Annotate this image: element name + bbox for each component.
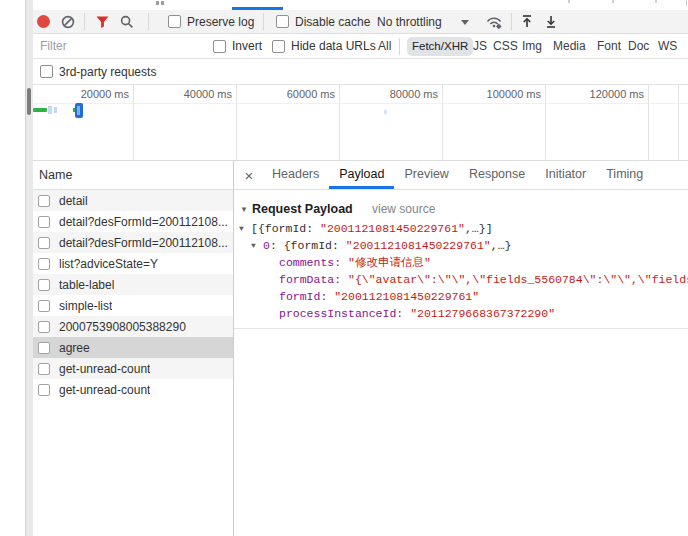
timeline-gridline — [339, 85, 340, 160]
request-row-checkbox[interactable] — [38, 300, 50, 312]
network-filter-bar: Invert Hide data URLs All Fetch/XHRJSCSS… — [33, 34, 688, 59]
timeline-tick-label: 80000 ms — [374, 88, 438, 100]
payload-json-tree: ▼[{formId: "2001121081450229761",…}]▼0: … — [234, 220, 688, 322]
tabbar-fragment — [568, 0, 570, 3]
request-row[interactable]: detail?desFormId=200112108... — [33, 232, 233, 253]
json-key: formData: — [279, 273, 348, 286]
tab-payload[interactable]: Payload — [329, 161, 394, 189]
network-conditions-icon[interactable] — [485, 10, 503, 33]
name-column-header[interactable]: Name — [33, 161, 233, 190]
chevron-down-icon[interactable] — [461, 20, 469, 25]
filter-type-img[interactable]: Img — [522, 34, 542, 59]
json-key: formId: — [279, 290, 334, 303]
tab-response[interactable]: Response — [459, 161, 535, 189]
request-row[interactable]: detail?desFormId=200112108... — [33, 211, 233, 232]
request-name: list?adviceState=Y — [59, 257, 158, 271]
request-row[interactable]: list?adviceState=Y — [33, 253, 233, 274]
request-name: agree — [59, 341, 90, 355]
tabbar-fragment — [612, 0, 614, 3]
tab-preview[interactable]: Preview — [394, 161, 458, 189]
payload-root-line: ▼[{formId: "2001121081450229761",…}] — [234, 220, 688, 237]
toolbar-divider — [263, 13, 264, 30]
page-scrollbar[interactable] — [26, 0, 33, 536]
request-row[interactable]: table-label — [33, 274, 233, 295]
payload-section-title: Request Payload — [252, 202, 353, 216]
record-icon[interactable] — [37, 10, 50, 33]
search-icon[interactable] — [120, 10, 134, 33]
json-plain: ,…}] — [465, 222, 493, 235]
request-row-checkbox[interactable] — [38, 195, 50, 207]
filter-type-doc[interactable]: Doc — [628, 34, 649, 59]
view-source-link[interactable]: view source — [372, 199, 435, 220]
third-party-label[interactable]: 3rd-party requests — [59, 59, 156, 85]
third-party-row: 3rd-party requests — [33, 59, 688, 85]
filter-type-media[interactable]: Media — [553, 34, 586, 59]
tabbar-fragment — [686, 0, 687, 6]
request-name: detail — [59, 194, 88, 208]
hide-data-urls-label[interactable]: Hide data URLs — [291, 34, 376, 59]
filter-funnel-icon[interactable] — [95, 10, 110, 33]
filter-type-fetch-xhr[interactable]: Fetch/XHR — [407, 37, 473, 56]
timeline-gridline — [236, 85, 237, 160]
filter-type-js[interactable]: JS — [473, 34, 487, 59]
payload-property-line: processInstanceId: "2011279668367372290" — [234, 305, 688, 322]
network-overview-timeline[interactable]: 20000 ms40000 ms60000 ms80000 ms100000 m… — [33, 85, 688, 161]
json-string-value: "2001121081450229761" — [346, 239, 491, 252]
invert-checkbox[interactable] — [213, 40, 226, 53]
timeline-gridline — [442, 85, 443, 160]
throttling-select[interactable]: No throttling — [377, 10, 442, 34]
disclosure-triangle-icon[interactable]: ▼ — [251, 237, 256, 254]
request-row-checkbox[interactable] — [38, 363, 50, 375]
tab-headers[interactable]: Headers — [262, 161, 329, 189]
clear-icon[interactable] — [61, 10, 75, 33]
request-row-checkbox[interactable] — [38, 237, 50, 249]
network-toolbar: Preserve log Disable cache No throttling — [33, 10, 688, 34]
request-row[interactable]: simple-list — [33, 295, 233, 316]
request-row[interactable]: get-unread-count — [33, 358, 233, 379]
tab-timing[interactable]: Timing — [596, 161, 653, 189]
json-string-value: "修改申请信息" — [348, 256, 431, 269]
hide-data-urls-checkbox[interactable] — [272, 40, 285, 53]
close-icon[interactable]: × — [236, 161, 262, 189]
request-row[interactable]: 2000753908005388290 — [33, 316, 233, 337]
request-row-checkbox[interactable] — [38, 384, 50, 396]
request-row-checkbox[interactable] — [38, 216, 50, 228]
timeline-tick-label: 20000 ms — [65, 88, 129, 100]
requests-table: Name detaildetail?desFormId=200112108...… — [33, 161, 233, 536]
filter-type-ws[interactable]: WS — [658, 34, 677, 59]
request-row-checkbox[interactable] — [38, 321, 50, 333]
preserve-log-label[interactable]: Preserve log — [187, 10, 254, 34]
request-detail-pane: × HeadersPayloadPreviewResponseInitiator… — [234, 161, 688, 536]
disable-cache-label[interactable]: Disable cache — [295, 10, 370, 34]
export-har-icon[interactable] — [544, 10, 558, 33]
request-row[interactable]: detail — [33, 190, 233, 211]
preserve-log-checkbox[interactable] — [168, 15, 181, 28]
request-row[interactable]: agree — [33, 337, 233, 358]
json-string-value: "{\"avatar\":\"\",\"fields_5560784\":\"\… — [348, 273, 688, 286]
disable-cache-checkbox[interactable] — [276, 15, 289, 28]
payload-property-line: formId: "2001121081450229761" — [234, 288, 688, 305]
json-string-value: "2001121081450229761" — [334, 290, 479, 303]
filter-type-font[interactable]: Font — [597, 34, 621, 59]
request-row-checkbox[interactable] — [38, 258, 50, 270]
request-name: detail?desFormId=200112108... — [59, 236, 228, 250]
filter-input[interactable] — [40, 34, 205, 58]
request-row-checkbox[interactable] — [38, 342, 50, 354]
tab-initiator[interactable]: Initiator — [535, 161, 596, 189]
filter-type-all[interactable]: All — [378, 34, 391, 59]
timeline-gridline — [545, 85, 546, 160]
disclosure-triangle-icon[interactable]: ▼ — [239, 220, 244, 237]
toolbar-divider — [148, 13, 149, 30]
import-har-icon[interactable] — [520, 10, 534, 33]
invert-label[interactable]: Invert — [232, 34, 262, 59]
page-scrollbar-thumb[interactable] — [27, 88, 31, 115]
disclosure-triangle-icon[interactable]: ▼ — [240, 199, 248, 220]
filter-type-css[interactable]: CSS — [493, 34, 518, 59]
request-name: get-unread-count — [59, 362, 150, 376]
payload-property-line: comments: "修改申请信息" — [234, 254, 688, 271]
timeline-tick-label: 100000 ms — [477, 88, 541, 100]
request-row-checkbox[interactable] — [38, 279, 50, 291]
devtools-network-panel: Preserve log Disable cache No throttling — [0, 0, 688, 536]
request-row[interactable]: get-unread-count — [33, 379, 233, 400]
third-party-checkbox[interactable] — [40, 65, 53, 78]
